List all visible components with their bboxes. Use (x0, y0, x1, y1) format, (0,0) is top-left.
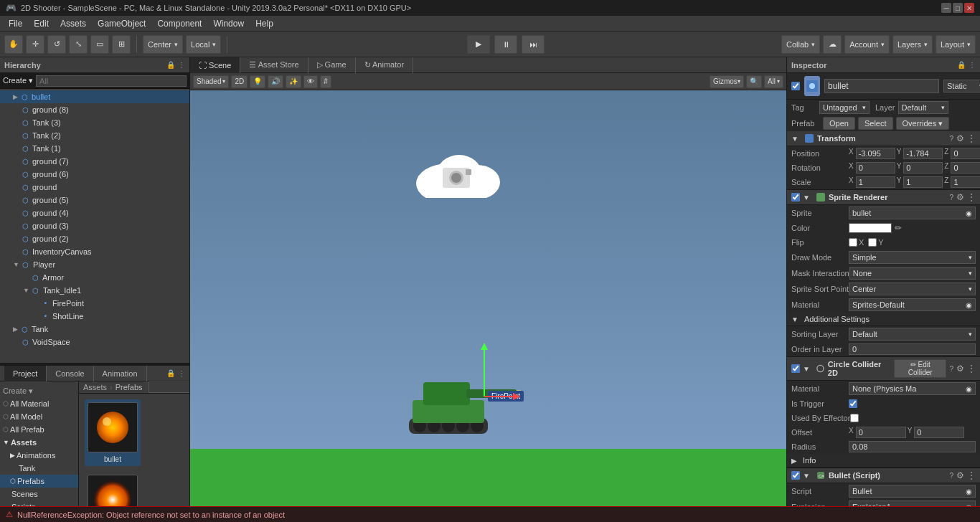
object-active-checkbox[interactable] (791, 82, 800, 90)
layer-dropdown[interactable]: Default ▾ (898, 101, 948, 114)
script-value-field[interactable]: Bullet ◉ (849, 485, 976, 498)
rotate-tool[interactable]: ↺ (47, 35, 66, 54)
proj-item-prefabs[interactable]: ⬡ Prefabs (0, 475, 78, 488)
hier-item-tank1[interactable]: ⬡ Tank (1) (0, 142, 189, 155)
hier-item-firepoint[interactable]: ⚬ FirePoint (0, 297, 189, 310)
hier-item-ground4[interactable]: ⬡ ground (4) (0, 207, 189, 219)
play-button[interactable]: ▶ (467, 35, 490, 54)
position-x-input[interactable] (856, 148, 895, 159)
hierarchy-menu-icon[interactable]: ⋮ (178, 61, 185, 69)
menu-component[interactable]: Component (151, 17, 207, 30)
prefab-select-button[interactable]: Select (858, 117, 893, 130)
rotation-x-input[interactable] (856, 162, 895, 174)
account-dropdown[interactable]: Account ▾ (844, 35, 890, 54)
project-menu-icon[interactable]: ⋮ (178, 369, 185, 377)
offset-x-input[interactable] (856, 427, 906, 438)
material-dropdown[interactable]: Sprites-Default ◉ (849, 298, 976, 311)
order-in-layer-input[interactable] (849, 343, 976, 355)
collab-dropdown[interactable]: Collab ▾ (781, 35, 820, 54)
sprite-renderer-checkbox[interactable] (791, 193, 800, 201)
inspector-menu-icon[interactable]: ⋮ (969, 61, 976, 69)
maximize-button[interactable]: □ (953, 3, 963, 13)
circle-collider-header[interactable]: ▼ Circle Collider 2D ✏ Edit Collider ? ⚙… (787, 357, 980, 381)
scale-z-input[interactable] (951, 176, 980, 188)
step-button[interactable]: ⏭ (522, 35, 545, 54)
menu-edit[interactable]: Edit (28, 17, 55, 30)
hier-item-ground7[interactable]: ⬡ ground (7) (0, 155, 189, 168)
explosion-value-field[interactable]: Explosion1 ◉ (849, 500, 976, 506)
edit-collider-button[interactable]: ✏ Edit Collider (894, 359, 946, 378)
circle-collider-info-icon[interactable]: ? (949, 365, 953, 373)
hier-item-ground[interactable]: ⬡ ground (0, 181, 189, 194)
tab-animation[interactable]: Animation (94, 366, 147, 381)
position-z-input[interactable] (951, 148, 980, 159)
color-preview[interactable] (849, 223, 892, 233)
additional-settings-toggle[interactable]: ▼ Additional Settings (787, 313, 980, 326)
sprite-sort-point-dropdown[interactable]: Center ▾ (849, 283, 976, 295)
flip-x-checkbox[interactable] (849, 238, 857, 247)
static-dropdown[interactable]: Static ▾ (943, 80, 980, 92)
sprite-value-field[interactable]: bullet ◉ (849, 207, 976, 219)
local-dropdown[interactable]: Local ▾ (186, 35, 221, 54)
transform-info-icon[interactable]: ? (949, 135, 953, 143)
path-assets[interactable]: Assets (83, 383, 107, 392)
tab-scene[interactable]: ⛶ Scene (190, 57, 240, 73)
hier-item-ground2[interactable]: ⬡ ground (2) (0, 232, 189, 245)
inspector-lock-icon[interactable]: 🔒 (957, 61, 966, 69)
collider-material-dropdown[interactable]: None (Physics Ma ◉ (849, 382, 976, 395)
hier-item-ground5[interactable]: ⬡ ground (5) (0, 194, 189, 207)
radius-input[interactable] (849, 441, 976, 452)
tab-game[interactable]: ▷ Game (308, 57, 356, 73)
asset-explosion1[interactable]: Explosion1 (85, 472, 141, 506)
rotation-z-input[interactable] (951, 162, 980, 174)
rotation-y-input[interactable] (903, 162, 943, 174)
sprite-renderer-info-icon[interactable]: ? (949, 194, 953, 201)
tab-project[interactable]: Project (4, 366, 47, 381)
scene-hidden-btn[interactable]: 👁 (303, 75, 318, 88)
circle-collider-settings-icon[interactable]: ⚙ (956, 364, 964, 374)
transform-more-icon[interactable]: ⋮ (967, 133, 976, 143)
hier-item-ground6[interactable]: ⬡ ground (6) (0, 168, 189, 181)
scene-gizmos-btn[interactable]: Gizmos ▾ (710, 75, 744, 88)
flip-y-checkbox[interactable] (868, 238, 877, 247)
transform-header[interactable]: ▼ Transform ? ⚙ ⋮ (787, 131, 980, 146)
hier-item-player[interactable]: ▼ ⬡ Player (0, 258, 189, 271)
bullet-script-checkbox[interactable] (791, 471, 800, 480)
hier-item-ground8[interactable]: ⬡ ground (8) (0, 103, 189, 116)
proj-item-assets[interactable]: ▼ Assets (0, 436, 78, 449)
hier-item-armor[interactable]: ⬡ Armor (0, 271, 189, 284)
proj-item-animations[interactable]: ▶ Animations (0, 449, 78, 462)
circle-collider-more-icon[interactable]: ⋮ (967, 364, 976, 374)
sprite-renderer-header[interactable]: ▼ Sprite Renderer ? ⚙ ⋮ (787, 190, 980, 205)
tab-asset-store[interactable]: ☰ Asset Store (240, 57, 308, 73)
hand-tool[interactable]: ✋ (4, 35, 23, 54)
proj-item-allmaterial[interactable]: ⬡ All Material (0, 397, 78, 410)
scale-tool[interactable]: ⤡ (69, 35, 88, 54)
proj-item-scripts[interactable]: Scripts (0, 500, 78, 506)
path-prefabs[interactable]: Prefabs (116, 383, 143, 392)
scene-all-dropdown[interactable]: All ▾ (764, 75, 783, 88)
draw-mode-dropdown[interactable]: Simple ▾ (849, 251, 976, 264)
mode-2d-button[interactable]: 2D (231, 75, 248, 88)
tag-dropdown[interactable]: Untagged ▾ (819, 101, 870, 114)
circle-collider-checkbox[interactable] (791, 364, 800, 373)
hier-item-shotline[interactable]: ⚬ ShotLine (0, 310, 189, 323)
scene-lighting-btn[interactable]: 💡 (250, 75, 265, 88)
proj-item-scenes[interactable]: Scenes (0, 488, 78, 500)
asset-bullet[interactable]: bullet (85, 399, 141, 466)
project-lock-icon[interactable]: 🔒 (166, 369, 175, 377)
sorting-layer-dropdown[interactable]: Default ▾ (849, 328, 976, 341)
move-tool[interactable]: ✛ (26, 35, 44, 54)
scene-effects-btn[interactable]: ✨ (286, 75, 301, 88)
bullet-script-info-icon[interactable]: ? (949, 472, 953, 480)
hier-item-tank3[interactable]: ⬡ Tank (3) (0, 116, 189, 129)
proj-item-allprefab[interactable]: ⬡ All Prefab (0, 423, 78, 436)
color-picker-icon[interactable]: ✏ (895, 223, 902, 233)
tab-animator[interactable]: ↻ Animator (356, 57, 413, 73)
layout-dropdown[interactable]: Layout ▾ (936, 35, 976, 54)
hier-item-tank[interactable]: ▶ ⬡ Tank (0, 323, 189, 336)
menu-help[interactable]: Help (250, 17, 279, 30)
tank-player[interactable]: FirePoint (405, 361, 534, 449)
layers-dropdown[interactable]: Layers ▾ (892, 35, 933, 54)
multi-tool[interactable]: ⊞ (112, 35, 131, 54)
